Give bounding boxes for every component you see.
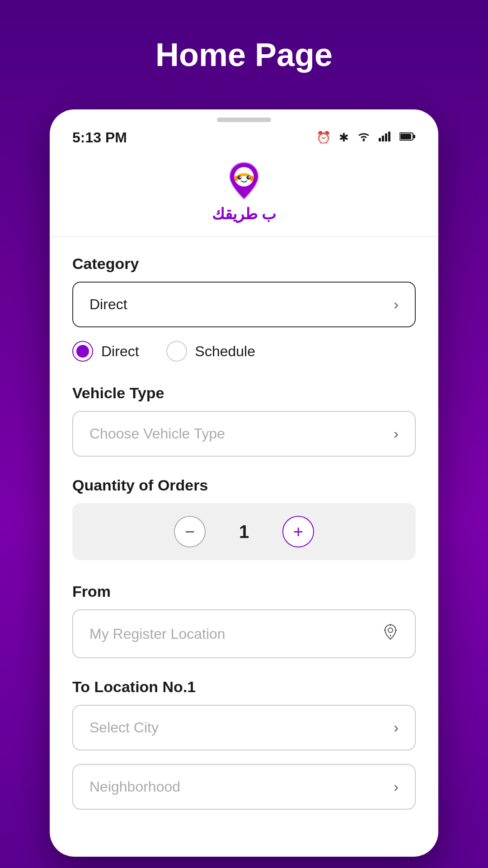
quantity-control: − 1 + — [72, 503, 416, 560]
phone-frame: 5:13 PM ⏰ ✱ — [50, 109, 438, 857]
vehicle-type-dropdown[interactable]: Choose Vehicle Type › — [72, 411, 416, 457]
alarm-icon: ⏰ — [316, 131, 331, 145]
radio-schedule-label: Schedule — [195, 343, 255, 360]
battery-icon — [399, 132, 416, 144]
status-time: 5:13 PM — [72, 129, 127, 146]
to-location-section: To Location No.1 Select City › Neighborh… — [72, 678, 416, 810]
category-label: Category — [72, 255, 416, 273]
quantity-section: Quantity of Orders − 1 + — [72, 476, 416, 560]
svg-rect-3 — [385, 133, 387, 142]
form-content: Category Direct › Direct Schedule — [50, 237, 438, 810]
svg-point-13 — [239, 176, 241, 178]
category-value: Direct — [89, 296, 127, 313]
from-label: From — [72, 583, 416, 600]
neighborhood-field[interactable]: Neighborhood › — [72, 764, 416, 810]
from-field[interactable]: My Register Location — [72, 609, 416, 658]
quantity-label: Quantity of Orders — [72, 476, 416, 494]
from-section: From My Register Location — [72, 583, 416, 658]
svg-rect-7 — [413, 135, 415, 138]
select-city-placeholder: Select City — [89, 719, 159, 736]
svg-point-15 — [388, 628, 393, 632]
signal-icon — [379, 131, 391, 145]
quantity-value: 1 — [233, 522, 255, 542]
svg-rect-2 — [382, 136, 384, 142]
select-city-chevron-icon: › — [394, 719, 399, 736]
from-placeholder: My Register Location — [89, 626, 225, 642]
svg-rect-9 — [235, 176, 238, 181]
vehicle-type-label: Vehicle Type — [72, 384, 416, 402]
quantity-increase-button[interactable]: + — [282, 516, 314, 547]
svg-rect-1 — [379, 138, 381, 142]
radio-direct-inner — [76, 345, 89, 358]
to-location-label: To Location No.1 — [72, 678, 416, 696]
phone-notch — [50, 109, 438, 126]
category-section: Category Direct › Direct Schedule — [72, 255, 416, 362]
radio-direct[interactable]: Direct — [72, 341, 139, 362]
category-chevron-icon: › — [394, 296, 399, 313]
vehicle-type-chevron-icon: › — [394, 425, 399, 442]
location-pin-icon — [382, 624, 399, 644]
status-bar: 5:13 PM ⏰ ✱ — [50, 126, 438, 151]
logo-section: ب طريقك — [50, 151, 438, 236]
svg-point-14 — [249, 176, 250, 178]
svg-rect-10 — [250, 176, 253, 181]
vehicle-type-placeholder: Choose Vehicle Type — [89, 425, 225, 442]
radio-group: Direct Schedule — [72, 341, 416, 362]
radio-direct-label: Direct — [101, 343, 139, 360]
logo-text: ب طريقك — [212, 205, 276, 223]
page-title: Home Page — [155, 36, 333, 73]
svg-rect-4 — [388, 132, 390, 142]
quantity-decrease-button[interactable]: − — [174, 516, 206, 547]
neighborhood-chevron-icon: › — [394, 778, 399, 795]
status-icons: ⏰ ✱ — [316, 131, 416, 145]
vehicle-type-section: Vehicle Type Choose Vehicle Type › — [72, 384, 416, 457]
svg-rect-6 — [400, 134, 411, 139]
logo-pin-icon — [224, 160, 264, 201]
bluetooth-icon: ✱ — [339, 131, 349, 145]
category-dropdown[interactable]: Direct › — [72, 282, 416, 327]
select-city-dropdown[interactable]: Select City › — [72, 705, 416, 750]
radio-schedule[interactable]: Schedule — [166, 341, 255, 362]
radio-direct-circle — [72, 341, 93, 362]
notch-pill — [217, 118, 271, 122]
radio-schedule-circle — [166, 341, 187, 362]
wifi-icon — [357, 131, 371, 145]
neighborhood-placeholder: Neighborhood — [89, 778, 180, 795]
svg-point-0 — [363, 139, 365, 142]
